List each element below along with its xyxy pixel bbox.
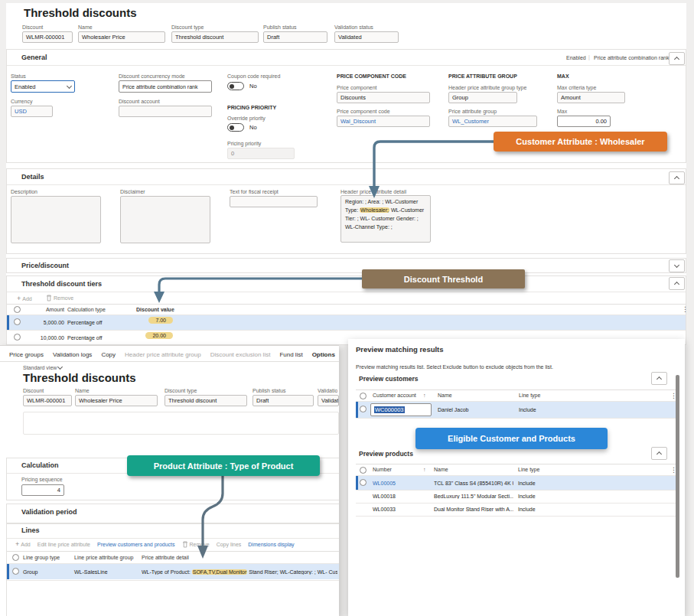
preview-customers-collapse-button[interactable]: [651, 372, 667, 385]
disclaimer-textarea[interactable]: [120, 196, 210, 243]
header-price-attribute-detail-box[interactable]: Region: ; Area: ; WL-Customer Type: Whol…: [340, 195, 431, 243]
menu-discount-exclusion-list[interactable]: Discount exclusion list: [210, 351, 271, 358]
product-row-1[interactable]: [356, 476, 678, 490]
description-textarea[interactable]: [11, 196, 101, 243]
publish-status-input[interactable]: Draft: [253, 395, 314, 406]
tier-row-1[interactable]: [7, 315, 686, 330]
col-discount-value[interactable]: Discount value: [136, 307, 174, 312]
max-input[interactable]: 0.00: [557, 116, 611, 127]
select-all-radio[interactable]: [12, 554, 19, 561]
pricing-priority-input[interactable]: 0: [227, 148, 295, 159]
col-customer-name[interactable]: Name: [438, 393, 452, 398]
discount-input[interactable]: WLMR-000001: [23, 395, 72, 406]
menu-header-price-attribute-group[interactable]: Header price attribute group: [125, 351, 201, 358]
col-calculation-type[interactable]: Calculation type: [67, 307, 106, 312]
panel-scrollbar[interactable]: [676, 375, 679, 578]
price-component-code-input[interactable]: Wal_Discount: [337, 116, 430, 127]
general-summary-mode: Price attribute combination rank: [594, 55, 669, 60]
discount-type-input[interactable]: Threshold discount: [171, 31, 259, 43]
menu-fund-list[interactable]: Fund list: [279, 351, 302, 358]
tiers-collapse-button[interactable]: [669, 277, 685, 290]
sort-ascending-icon[interactable]: ↑: [423, 467, 426, 472]
select-all-radio[interactable]: [360, 467, 367, 474]
col-price-attribute-detail[interactable]: Price attribute detail: [142, 555, 189, 560]
preview-products-collapse-button[interactable]: [651, 447, 667, 460]
row-radio[interactable]: [360, 479, 367, 486]
product-number: WL00018: [373, 494, 396, 499]
col-line-price-attribute-group[interactable]: Line price attribute group: [74, 555, 133, 560]
price-attribute-group-input[interactable]: WL_Customer: [448, 116, 537, 127]
lines-remove-button[interactable]: Remove: [182, 541, 210, 548]
select-all-radio[interactable]: [360, 393, 367, 399]
name-input[interactable]: Wholesaler Price: [75, 395, 158, 406]
more-options-icon[interactable]: ⋮: [682, 305, 689, 313]
tiers-remove-button[interactable]: Remove: [46, 295, 73, 301]
fiscal-receipt-input[interactable]: [230, 196, 318, 207]
discount-input[interactable]: WLMR-000001: [22, 31, 73, 43]
price-attribute-group-header: PRICE ATTRIBUTE GROUP: [448, 73, 517, 79]
product-number[interactable]: WL00005: [373, 481, 396, 486]
menu-copy[interactable]: Copy: [101, 351, 116, 358]
preview-customers-products-button[interactable]: Preview customers and products: [97, 542, 175, 547]
tier-calc-type: Percentage off: [67, 320, 102, 325]
chevron-down-icon: [67, 83, 72, 88]
pricing-sequence-input[interactable]: 4: [21, 484, 64, 496]
product-row-3[interactable]: [356, 504, 678, 517]
discount-type-input[interactable]: Threshold discount: [165, 395, 247, 406]
menu-options[interactable]: Options: [312, 351, 335, 358]
col-amount[interactable]: Amount: [31, 307, 64, 312]
menu-price-groups[interactable]: Price groups: [9, 351, 44, 358]
action-menubar: Price groups Validation logs Copy Header…: [9, 349, 339, 360]
product-line-type: Include: [518, 507, 536, 512]
sort-ascending-icon[interactable]: ↑: [423, 393, 426, 398]
col-product-name[interactable]: Name: [434, 467, 448, 472]
price-discount-expand-button[interactable]: [669, 259, 685, 272]
col-customer-account[interactable]: Customer account: [373, 393, 416, 398]
row-radio[interactable]: [360, 406, 367, 412]
dimensions-display-button[interactable]: Dimensions display: [248, 542, 294, 547]
general-collapse-button[interactable]: [669, 52, 685, 65]
col-line-type[interactable]: Line type: [519, 393, 540, 398]
override-priority-toggle[interactable]: [227, 123, 244, 132]
select-all-radio[interactable]: [14, 306, 21, 313]
header-price-attribute-group-type-label: Header price attribute group type: [448, 85, 526, 90]
customer-account-input[interactable]: WC000003: [370, 403, 432, 416]
callout-customer-attribute: Customer Attribute : Wholesaler: [494, 132, 667, 152]
max-criteria-type-input[interactable]: Amount: [557, 92, 625, 103]
menu-validation-logs[interactable]: Validation logs: [53, 351, 92, 358]
row-radio[interactable]: [14, 318, 21, 325]
discount-account-input[interactable]: [119, 106, 212, 117]
row-radio[interactable]: [14, 334, 21, 341]
publish-status-input[interactable]: Draft: [263, 31, 327, 43]
lines-add-button[interactable]: +Add: [15, 540, 31, 548]
view-selector[interactable]: Standard view: [23, 365, 62, 370]
currency-input[interactable]: USD: [11, 106, 53, 117]
col-line-type[interactable]: Line type: [518, 467, 539, 472]
tier-calc-type: Percentage off: [67, 335, 102, 341]
edit-line-price-attribute-button[interactable]: Edit line price attribute: [37, 542, 90, 547]
validation-period-section-title: Validation period: [21, 508, 77, 516]
price-component-input[interactable]: Discounts: [337, 92, 430, 103]
details-collapse-button[interactable]: [669, 171, 685, 184]
preview-customers-title: Preview customers: [359, 375, 418, 383]
chevron-up-icon: [674, 57, 679, 62]
product-row-2[interactable]: [356, 491, 678, 504]
details-section-title: Details: [21, 173, 44, 181]
fiscal-receipt-label: Text for fiscal receipt: [230, 189, 279, 194]
row-selection-bar: [356, 402, 358, 418]
name-input[interactable]: Wholesaler Price: [78, 31, 165, 43]
coupon-toggle[interactable]: [227, 82, 244, 90]
tiers-add-button[interactable]: +Add: [17, 295, 32, 302]
validation-status-input[interactable]: Validated: [334, 31, 399, 43]
col-line-group-type[interactable]: Line group type: [23, 555, 60, 560]
row-divider: [356, 418, 678, 419]
validation-status-input[interactable]: Validated: [318, 395, 339, 406]
discount-account-label: Discount account: [119, 99, 160, 104]
concurrency-input[interactable]: Price attribute combination rank: [119, 80, 212, 93]
copy-lines-button[interactable]: Copy lines: [217, 542, 242, 547]
col-product-number[interactable]: Number: [373, 467, 392, 472]
status-dropdown[interactable]: Enabled: [11, 80, 75, 93]
row-radio[interactable]: [12, 568, 19, 575]
header-price-attribute-group-type-input[interactable]: Group: [448, 92, 517, 103]
field-label-publish-status: Publish status: [263, 24, 297, 30]
